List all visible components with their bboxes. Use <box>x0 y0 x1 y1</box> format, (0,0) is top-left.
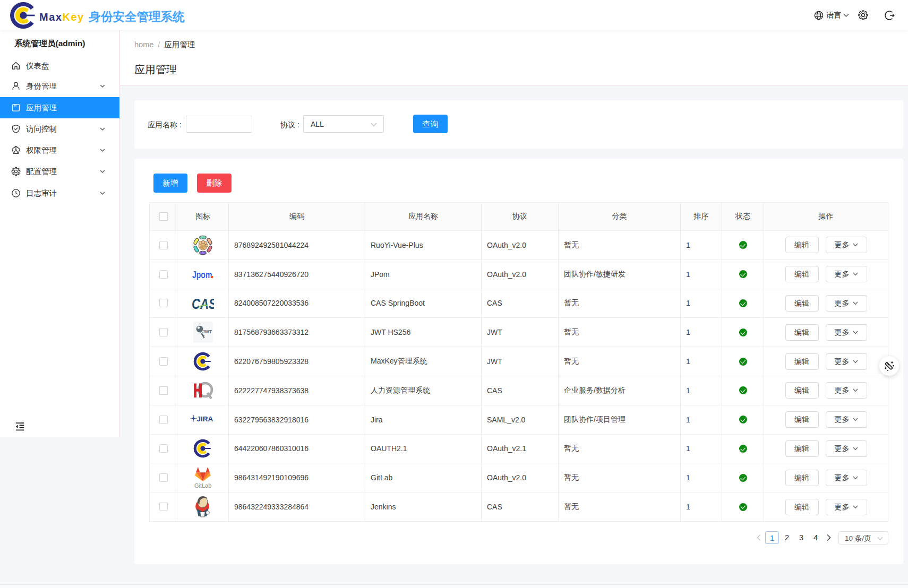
svg-text:CAS: CAS <box>192 296 214 312</box>
svg-text:JIRA: JIRA <box>197 414 213 422</box>
svg-text:Jpom: Jpom <box>192 269 212 280</box>
svg-text:GitLab: GitLab <box>194 482 211 489</box>
svg-text:JWT: JWT <box>202 329 212 334</box>
